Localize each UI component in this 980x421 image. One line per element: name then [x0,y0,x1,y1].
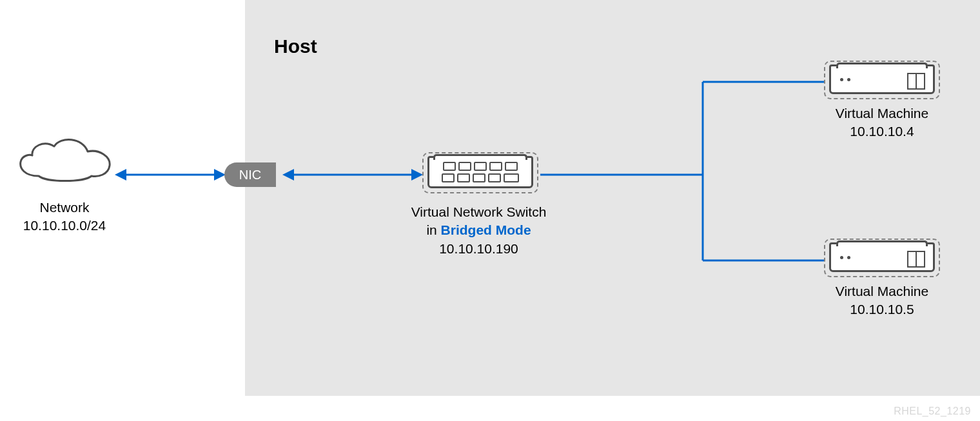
vm-1-outline [824,61,940,99]
nic-pill: NIC [224,162,276,187]
network-labels: Network 10.10.10.0/24 [0,199,129,235]
network-node [10,137,119,184]
network-cidr: 10.10.10.0/24 [0,217,129,235]
switch-line2-prefix: in [426,222,440,237]
server-icon [829,64,935,94]
switch-ip: 10.10.10.190 [368,240,590,258]
switch-labels: Virtual Network Switch in Bridged Mode 1… [368,203,590,258]
vm-2-labels: Virtual Machine 10.10.10.5 [824,282,940,319]
host-title: Host [274,35,317,57]
vm-2-outline [824,239,940,277]
vm-2-ip: 10.10.10.5 [824,300,940,318]
network-label: Network [0,199,129,217]
vm-2: Virtual Machine 10.10.10.5 [824,239,940,319]
cloud-icon [13,137,116,184]
switch-mode: Bridged Mode [441,222,531,237]
switch-line2: in Bridged Mode [368,221,590,239]
virtual-switch-outline [422,152,538,193]
vm-1-labels: Virtual Machine 10.10.10.4 [824,104,940,141]
switch-icon [427,156,533,188]
vm-1-label: Virtual Machine [824,104,940,122]
vm-1: Virtual Machine 10.10.10.4 [824,61,940,141]
vm-2-label: Virtual Machine [824,282,940,300]
watermark: RHEL_52_1219 [894,406,971,417]
switch-line1: Virtual Network Switch [368,203,590,221]
server-icon [829,242,935,272]
nic-label: NIC [239,168,261,182]
virtual-switch [422,152,538,193]
vm-1-ip: 10.10.10.4 [824,122,940,141]
host-container [245,0,980,396]
